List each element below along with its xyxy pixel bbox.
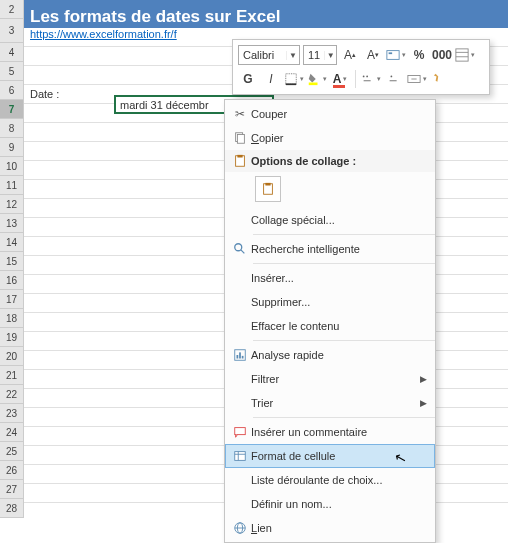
row-header[interactable]: 23: [0, 404, 24, 423]
svg-rect-2: [456, 49, 468, 61]
menu-cut[interactable]: ✂ Couper: [225, 102, 435, 126]
scissors-icon: ✂: [229, 107, 251, 121]
row-header[interactable]: 8: [0, 119, 24, 138]
row-header[interactable]: 6: [0, 81, 24, 100]
svg-rect-25: [235, 452, 246, 461]
menu-insert[interactable]: Insérer...: [225, 266, 435, 290]
svg-rect-0: [387, 51, 399, 60]
row-header[interactable]: 16: [0, 271, 24, 290]
svg-rect-23: [242, 356, 244, 359]
menu-smart-lookup[interactable]: Recherche intelligente: [225, 237, 435, 261]
page-title: Les formats de dates sur Excel: [24, 4, 508, 28]
format-painter-icon[interactable]: [430, 69, 450, 89]
row-header[interactable]: 18: [0, 309, 24, 328]
menu-clear[interactable]: Effacer le contenu: [225, 314, 435, 338]
menu-filter[interactable]: Filtrer▶: [225, 367, 435, 391]
menu-paste-options-header: Options de collage :: [225, 150, 435, 172]
menu-link[interactable]: Lien: [225, 516, 435, 540]
row-header[interactable]: 4: [0, 43, 24, 62]
percent-icon[interactable]: %: [409, 45, 429, 65]
row-header[interactable]: 9: [0, 138, 24, 157]
row-header[interactable]: 2: [0, 0, 24, 19]
font-size-dropdown[interactable]: 11▼: [303, 45, 337, 65]
decrease-decimal-icon[interactable]: [384, 69, 404, 89]
increase-decimal-icon[interactable]: [361, 69, 381, 89]
row-header[interactable]: 13: [0, 214, 24, 233]
label-date: Date :: [24, 85, 114, 103]
quick-analysis-icon: [229, 348, 251, 362]
row-header[interactable]: 28: [0, 499, 24, 518]
increase-font-icon[interactable]: A▴: [340, 45, 360, 65]
row-header[interactable]: 11: [0, 176, 24, 195]
menu-delete[interactable]: Supprimer...: [225, 290, 435, 314]
paste-default-button[interactable]: [255, 176, 281, 202]
menu-dropdown-list[interactable]: Liste déroulante de choix...: [225, 468, 435, 492]
mini-toolbar: Calibri▼ 11▼ A▴ A▾ % 000 G I A: [232, 39, 490, 95]
menu-quick-analysis[interactable]: Analyse rapide: [225, 343, 435, 367]
menu-define-name[interactable]: Définir un nom...: [225, 492, 435, 516]
row-headers: 2 3 4 5 6 7 8 9 10 11 12 13 14 15 16 17 …: [0, 0, 24, 518]
svg-line-19: [241, 250, 245, 254]
row-header-selected[interactable]: 7: [0, 100, 24, 119]
row-header[interactable]: 26: [0, 461, 24, 480]
menu-sort[interactable]: Trier▶: [225, 391, 435, 415]
svg-rect-24: [235, 428, 246, 435]
svg-point-8: [363, 76, 365, 78]
row-header[interactable]: 24: [0, 423, 24, 442]
row-header[interactable]: 22: [0, 385, 24, 404]
row-header[interactable]: 19: [0, 328, 24, 347]
row-header[interactable]: 14: [0, 233, 24, 252]
decrease-font-icon[interactable]: A▾: [363, 45, 383, 65]
italic-button[interactable]: I: [261, 69, 281, 89]
conditional-format-icon[interactable]: [455, 45, 475, 65]
svg-rect-22: [239, 352, 241, 358]
fill-color-icon[interactable]: [307, 69, 327, 89]
svg-rect-13: [237, 135, 244, 144]
row-header[interactable]: 10: [0, 157, 24, 176]
menu-paste-special[interactable]: Collage spécial...: [225, 208, 435, 232]
row-header[interactable]: 27: [0, 480, 24, 499]
link-icon: [229, 521, 251, 535]
comment-icon: [229, 425, 251, 439]
format-cells-icon: [229, 449, 251, 463]
svg-rect-1: [389, 52, 393, 54]
borders-icon[interactable]: [284, 69, 304, 89]
copy-icon: [229, 131, 251, 145]
search-icon: [229, 242, 251, 256]
row-header[interactable]: 3: [0, 19, 24, 43]
svg-point-18: [235, 244, 242, 251]
row-header[interactable]: 21: [0, 366, 24, 385]
svg-rect-15: [237, 155, 242, 158]
svg-rect-7: [309, 83, 318, 86]
row-header[interactable]: 5: [0, 62, 24, 81]
row-header[interactable]: 20: [0, 347, 24, 366]
menu-copy[interactable]: Copier: [225, 126, 435, 150]
bold-button[interactable]: G: [238, 69, 258, 89]
svg-point-10: [391, 76, 393, 78]
svg-point-9: [366, 76, 368, 78]
row-header[interactable]: 25: [0, 442, 24, 461]
row-header[interactable]: 12: [0, 195, 24, 214]
menu-format-cells[interactable]: Format de cellule: [225, 444, 435, 468]
comma-style-icon[interactable]: 000: [432, 45, 452, 65]
svg-rect-21: [237, 355, 239, 359]
svg-rect-5: [286, 74, 297, 85]
row-header[interactable]: 15: [0, 252, 24, 271]
clipboard-icon: [229, 154, 251, 168]
font-family-dropdown[interactable]: Calibri▼: [238, 45, 300, 65]
font-color-icon[interactable]: A: [330, 69, 350, 89]
row-header[interactable]: 17: [0, 290, 24, 309]
accounting-format-icon[interactable]: [386, 45, 406, 65]
menu-insert-comment[interactable]: Insérer un commentaire: [225, 420, 435, 444]
merge-center-icon[interactable]: [407, 69, 427, 89]
svg-rect-17: [265, 183, 270, 186]
tutorial-link[interactable]: https://www.excelformation.fr/f: [24, 28, 177, 46]
context-menu: ✂ Couper Copier Options de collage : Col…: [224, 99, 436, 543]
